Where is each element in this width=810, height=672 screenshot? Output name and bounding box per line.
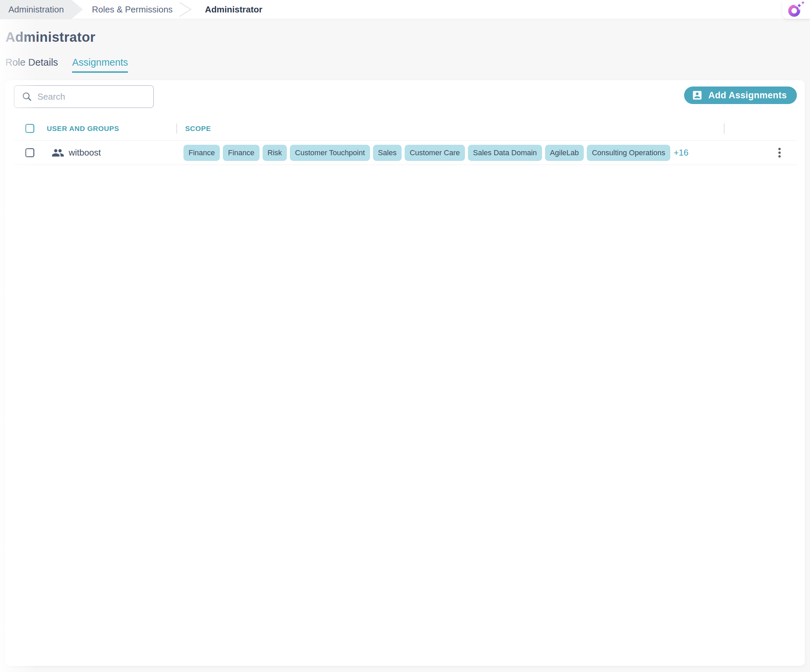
scope-chip: Customer Care <box>405 145 465 161</box>
tab-bar: Role Details Assignments <box>5 57 810 73</box>
breadcrumb-item-administration[interactable]: Administration <box>0 0 83 19</box>
breadcrumb-item-roles-permissions[interactable]: Roles & Permissions <box>92 0 173 19</box>
breadcrumb-label: Administrator <box>205 4 262 15</box>
column-divider <box>724 123 724 133</box>
column-divider <box>176 123 177 133</box>
tab-assignments[interactable]: Assignments <box>72 57 128 73</box>
column-header-scope: SCOPE <box>182 125 729 133</box>
scope-chip: Sales Data Domain <box>468 145 542 161</box>
scope-chip: Sales <box>373 145 402 161</box>
breadcrumb-label: Administration <box>8 4 64 15</box>
search-icon <box>22 91 32 102</box>
add-assignments-label: Add Assignments <box>708 90 787 101</box>
kebab-menu-icon[interactable] <box>776 146 783 160</box>
scope-chip: AgileLab <box>545 145 584 161</box>
user-cell: witboost <box>47 147 182 159</box>
scope-chip: Risk <box>263 145 287 161</box>
scope-chip: Finance <box>223 145 259 161</box>
breadcrumb-item-administrator: Administrator <box>205 0 262 19</box>
page-title: Administrator <box>5 29 810 45</box>
scope-cell: FinanceFinanceRiskCustomer TouchpointSal… <box>182 145 729 161</box>
scope-chip-list: FinanceFinanceRiskCustomer TouchpointSal… <box>184 145 670 161</box>
witboost-logo-icon <box>787 1 806 18</box>
search-input[interactable] <box>37 91 148 102</box>
table-header-row: USER AND GROUPS SCOPE <box>13 117 797 141</box>
scope-overflow-link[interactable]: +16 <box>674 147 688 158</box>
account-box-icon <box>692 89 703 101</box>
column-header-label: USER AND GROUPS <box>47 125 119 133</box>
breadcrumb: Administration Roles & Permissions Admin… <box>0 0 810 19</box>
column-header-label: SCOPE <box>185 125 211 133</box>
row-actions-cell <box>729 146 797 160</box>
select-all-checkbox[interactable] <box>25 124 34 133</box>
scope-chip: Customer Touchpoint <box>290 145 370 161</box>
app-logo[interactable] <box>782 0 810 19</box>
search-box <box>14 85 154 108</box>
add-assignments-button[interactable]: Add Assignments <box>684 86 797 104</box>
column-header-user-and-groups: USER AND GROUPS <box>47 125 182 133</box>
select-all-cell <box>13 124 47 133</box>
chevron-right-icon <box>179 1 192 18</box>
table-row: witboost FinanceFinanceRiskCustomer Touc… <box>13 141 797 165</box>
scope-chip: Consulting Operations <box>587 145 670 161</box>
main-content: Administrator Role Details Assignments A… <box>0 29 810 666</box>
assignments-card: Add Assignments USER AND GROUPS SCOPE <box>5 80 805 666</box>
breadcrumb-label: Roles & Permissions <box>92 4 173 15</box>
row-select-cell <box>13 148 47 157</box>
group-icon <box>52 147 64 159</box>
toolbar: Add Assignments <box>5 80 805 117</box>
scope-chip: Finance <box>184 145 220 161</box>
user-name: witboost <box>69 147 101 158</box>
tab-role-details[interactable]: Role Details <box>5 57 58 73</box>
row-checkbox[interactable] <box>25 148 34 157</box>
